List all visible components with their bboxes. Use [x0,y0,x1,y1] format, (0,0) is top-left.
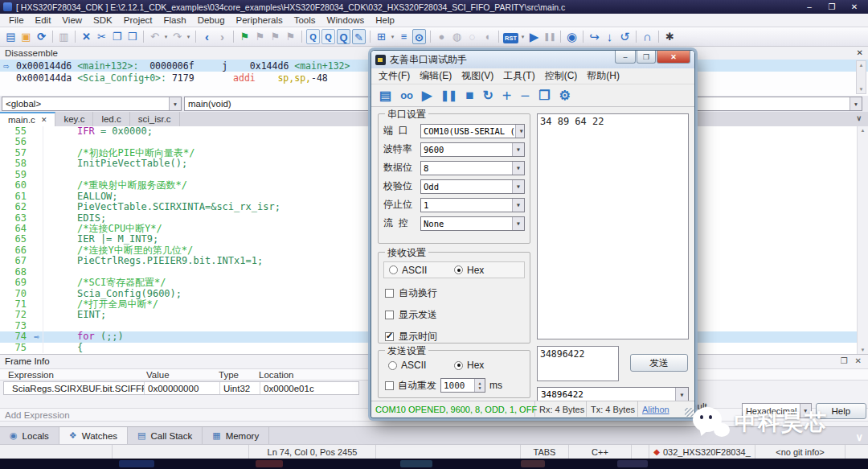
menu-view[interactable]: View [56,15,88,25]
pause-icon[interactable]: ❚❚ [440,85,457,106]
attach-icon[interactable]: ∩ [641,29,654,44]
language-mode[interactable]: C++ [569,445,632,459]
disassemble-close-icon[interactable]: ✕ [857,47,863,60]
tab-watches[interactable]: ❖ Watches [59,427,128,444]
menu-sdk[interactable]: SDK [88,15,118,25]
reload-file-icon[interactable]: ⟳ [35,29,48,44]
resize-grip[interactable] [685,408,694,417]
annotate-icon[interactable]: ✎ [352,29,366,44]
column-location[interactable]: Location [259,369,293,381]
paste-icon[interactable]: ❒ [125,29,139,44]
reset-icon-dropdown[interactable]: ▾ [519,34,526,40]
git-status[interactable]: <no git info> [755,445,845,459]
chevron-down-icon[interactable]: ▼ [675,388,688,401]
chevron-down-icon[interactable]: ▼ [512,162,524,175]
tab-locals[interactable]: ◉ Locals [0,427,59,444]
disassemble-scrollbar[interactable]: ▲▼ [856,60,866,94]
forward-icon[interactable]: › [215,29,229,44]
run-config-icon[interactable]: ● [435,29,448,44]
new-window-icon[interactable]: ❐ [538,85,550,106]
undo-icon[interactable]: ↶ [148,29,162,44]
flag-icon[interactable]: ⚑ [284,29,297,44]
serial-setting-dropdown-5[interactable]: None▼ [420,216,525,231]
back-icon[interactable]: ‹ [200,29,214,44]
dialog-menu-文件-f-[interactable]: 文件(F) [374,69,415,83]
dialog-restore-icon[interactable]: ❐ [637,51,656,64]
dialog-menu-帮助-h-[interactable]: 帮助(H) [582,69,624,83]
receive-data-area[interactable]: 34 89 64 22 [537,113,689,339]
serial-setting-dropdown-2[interactable]: 8▼ [420,161,525,175]
link-icon[interactable]: ◖ [481,29,494,44]
record-icon[interactable]: oo [400,85,413,106]
column-type[interactable]: Type [219,369,239,381]
menu-tools[interactable]: Tools [289,15,321,25]
link-icon[interactable]: ◍ [450,29,464,44]
tab-key-c[interactable]: key.c [55,112,93,126]
layout-grid-icon[interactable]: ⊞ [375,29,388,44]
tab-call-stack[interactable]: ▤ Call Stack [128,427,203,444]
remove-icon[interactable]: − [521,85,530,106]
dialog-menu-控制-c-[interactable]: 控制(C) [540,69,583,83]
format-dropdown[interactable]: Hexadecimal ▼ [742,403,812,418]
resend-interval-spinner[interactable]: 1000 ▲▼ [440,378,485,393]
search-file-icon[interactable]: Q [321,29,335,44]
menu-help[interactable]: Help [370,15,400,25]
play-icon[interactable]: ▶ [422,85,432,106]
close-panel-icon[interactable]: ✕ [855,356,862,365]
open-folder-icon[interactable]: ▣ [19,29,33,44]
chevron-down-icon[interactable]: ▼ [512,199,524,212]
dialog-titlebar[interactable]: 友善串口调试助手 – ❐ ✕ [371,51,694,68]
tab-led-c[interactable]: led.c [93,112,129,126]
reset-icon[interactable]: RST [503,33,518,43]
redo-icon-dropdown[interactable]: ▾ [185,34,192,40]
project-name[interactable]: ◆ 032_HXS320F28034_ [649,445,755,459]
spinner-arrows-icon[interactable]: ▲▼ [474,379,485,392]
receive-radio-ascii[interactable]: ASCII [389,265,454,276]
save-icon[interactable]: ▥ [57,29,71,44]
stop-icon[interactable]: ■ [465,85,473,106]
search-icon[interactable]: Q [306,29,320,44]
debug-target-icon[interactable]: ◉ [565,29,579,44]
tab-memory[interactable]: ▦ Memory [203,427,269,444]
menu-flash[interactable]: Flash [158,15,192,25]
table-row[interactable]: SciaRegs.SCIRXBUF.bit.SCIFFPE 0x00000000… [3,381,359,395]
step-over-icon[interactable]: ↪ [588,29,601,44]
serial-setting-dropdown-0[interactable]: COM10(USB-SERIAL (▼ [420,124,525,138]
column-expression[interactable]: Expression [8,369,54,381]
dialog-menu-工具-t-[interactable]: 工具(T) [498,69,539,83]
send-radio-ascii[interactable]: ASCII [388,360,454,371]
flag-icon[interactable]: ⚑ [253,29,267,44]
step-into-icon[interactable]: ↓ [603,29,616,44]
brand-link[interactable]: Alithon [638,401,685,417]
chevron-down-icon[interactable]: ▼ [512,143,524,156]
receive-option-checkbox-1[interactable]: 显示发送 [385,308,530,322]
list-icon[interactable]: ≡ [397,29,411,44]
tabs-mode[interactable]: TABS [521,445,569,459]
refresh-icon[interactable]: ↻ [482,85,493,106]
settings-gear-icon[interactable]: ⚙ [559,85,571,106]
serial-setting-dropdown-4[interactable]: 1▼ [420,198,525,212]
minimize-icon[interactable]: – [802,2,817,11]
menu-project[interactable]: Project [118,15,158,25]
receive-radio-hex[interactable]: Hex [454,265,519,276]
menu-file[interactable]: File [3,15,30,25]
tab-sci-isr-c[interactable]: sci_isr.c [130,112,180,126]
chevron-down-icon[interactable]: ▼ [515,125,525,138]
bookmark-flag-icon[interactable]: ⚑ [238,29,252,44]
menu-peripherals[interactable]: Peripherals [231,15,289,25]
dialog-close-icon[interactable]: ✕ [657,51,690,64]
menu-windows[interactable]: Windows [321,15,371,25]
close-file-icon[interactable]: ✕ [80,29,93,44]
redo-icon[interactable]: ↷ [170,29,184,44]
run-icon[interactable]: ▶ [527,29,541,44]
serial-setting-dropdown-1[interactable]: 9600▼ [420,142,525,157]
dialog-minimize-icon[interactable]: – [615,51,636,64]
cut-icon[interactable]: ✂ [95,29,108,44]
chevron-down-icon[interactable]: ▼ [512,217,524,230]
layout-grid-icon-dropdown[interactable]: ▾ [389,34,396,40]
float-panel-icon[interactable]: ❐ [841,356,848,365]
flag-icon[interactable]: ⚑ [268,29,282,44]
step-out-icon[interactable]: ↺ [618,29,632,44]
receive-option-checkbox-0[interactable]: 自动换行 [385,286,530,300]
help-button[interactable]: Help [816,403,866,419]
